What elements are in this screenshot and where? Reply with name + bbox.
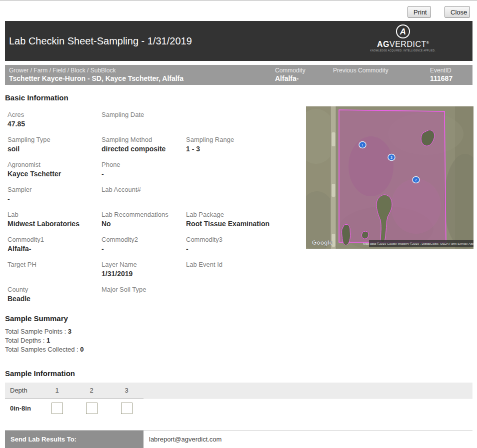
agverdict-logo: A AGVERDICT® KNOWLEDGE ACQUIRED. INTELLI… [338,24,468,54]
column-3: 3 [124,387,128,394]
sample-checkbox-3[interactable] [121,403,132,414]
field-lab-recommendations: Lab RecommendationsNo [102,211,186,228]
total-depths: Total Depths : 1 [5,337,50,344]
total-sample-points: Total Sample Points : 3 [5,328,72,335]
table-header-edge [5,398,144,399]
sample-point-marker[interactable]: 2 [412,177,420,183]
excluded-zone-small [362,231,368,239]
svg-text:1: 1 [362,143,364,147]
field-sampling-type: Sampling Typesoil [8,136,92,153]
commodity-value: Alfalfa- [275,74,298,82]
send-lab-results-label: Send Lab Results To: [5,431,144,448]
send-lab-results-bar: Send Lab Results To: [5,431,144,448]
field-sampler: Sampler- [8,186,92,203]
sample-point-marker[interactable]: 3 [388,154,395,161]
map-attribution: Map data ©2019 Google Imagery ©2019 , Di… [363,242,474,245]
basic-information-heading: Basic Information [5,93,68,102]
field-sampling-method: Sampling Methoddirected composite [102,136,186,153]
field-map[interactable]: 1 3 2 Google Map data ©2019 Google Image… [306,106,474,249]
svg-text:3: 3 [390,156,392,159]
sample-point-marker[interactable]: 1 [359,142,366,148]
field-county: CountyBeadle [8,286,92,303]
road-label [332,132,336,146]
excluded-zone-small [342,224,350,245]
event-id-label: EventID [430,67,452,74]
svg-text:A: A [400,27,406,36]
google-logo[interactable]: Google [312,239,333,246]
column-depth: Depth [10,387,28,394]
field-commodity2: Commodity2- [102,236,186,253]
field-sampling-date: Sampling Date [102,111,186,119]
print-button[interactable]: Print [408,6,431,18]
path-label: Grower / Farm / Field / Block / SubBlock [9,67,116,74]
previous-commodity-label: Previous Commodity [333,67,388,74]
field-layer-name: Layer Name1/31/2019 [102,261,186,278]
agverdict-monogram-icon: A [396,24,410,39]
column-2: 2 [90,387,93,394]
page-title: Lab Checkin Sheet-Sampling - 1/31/2019 [9,35,192,47]
field-lab-package: Lab PackageRoot Tissue Examination [186,211,270,228]
commodity-label: Commodity [275,67,306,74]
total-samples-collected: Total Samples Collected : 0 [5,346,84,353]
field-lab: LabMidwest Laboratories [8,211,92,228]
field-lab-event-id: Lab Event Id [186,261,270,269]
top-border [0,0,477,1]
field-phone: Phone- [102,161,186,178]
agverdict-wordmark: AGVERDICT® [377,40,429,49]
field-commodity1: Commodity1Alfalfa- [8,236,92,253]
sample-information-heading: Sample Information [5,369,75,378]
sample-checkbox-1[interactable] [52,403,63,414]
field-major-soil-type: Major Soil Type [102,286,186,294]
road-strip [330,106,336,249]
field-sampling-range: Sampling Range1 - 3 [186,136,270,153]
agverdict-tagline: KNOWLEDGE ACQUIRED. INTELLIGENCE APPLIED… [370,49,436,52]
svg-text:2: 2 [415,178,417,182]
sample-summary-heading: Sample Summary [5,314,68,323]
field-lab-account: Lab Account# [102,186,186,194]
field-acres: Acres47.85 [8,111,92,128]
context-bar: Grower / Farm / Field / Block / SubBlock… [5,65,472,85]
column-1: 1 [55,387,58,394]
road-label [332,184,336,197]
sample-table-header: Depth 1 2 3 [5,383,472,399]
report-header: Lab Checkin Sheet-Sampling - 1/31/2019 A… [5,21,472,61]
sample-checkbox-2[interactable] [86,403,98,414]
field-commodity3: Commodity3- [186,236,270,253]
field-map-canvas: 1 3 2 Google Map data ©2019 Google Image… [306,106,474,249]
path-value: Tschetter Kayce-Huron - SD, Kayce Tschet… [9,74,184,82]
field-target-ph: Target PH [8,261,92,269]
field-agronomist: AgronomistKayce Tschetter [8,161,92,178]
depth-row-label: 0in-8in [10,405,31,412]
event-id-value: 111687 [430,74,452,82]
lab-results-email: labreport@agverdict.com [149,431,222,448]
close-button[interactable]: Close [444,6,470,18]
